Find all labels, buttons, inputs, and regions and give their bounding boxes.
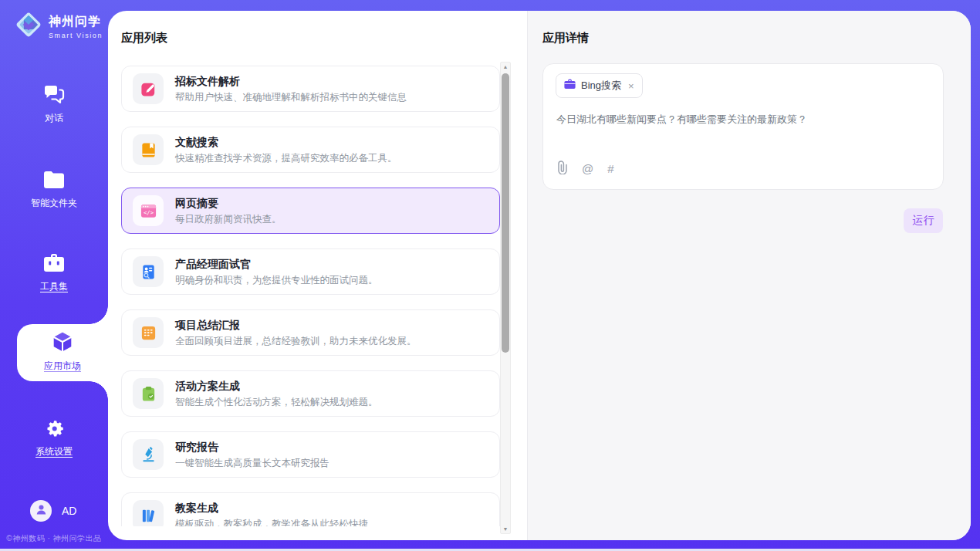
app-card-text: 教案生成 模板驱动，教案秒成，教学准备从此轻松快捷 xyxy=(175,502,368,527)
close-icon[interactable]: × xyxy=(628,80,634,92)
app-card-text: 产品经理面试官 明确身份和职责，为您提供专业性的面试问题。 xyxy=(175,258,378,286)
tool-chip-bing-search[interactable]: Bing搜索 × xyxy=(556,73,643,98)
app-card-desc: 全面回顾项目进展，总结经验教训，助力未来优化发展。 xyxy=(175,336,417,347)
app-list: 招标文件解析 帮助用户快速、准确地理解和解析招标书中的关键信息 文献搜索 xyxy=(121,63,500,526)
app-detail-title: 应用详情 xyxy=(542,31,589,46)
prompt-toolbar: @ # xyxy=(557,161,614,177)
sidebar-item-smart-folder[interactable]: 智能文件夹 xyxy=(0,168,108,210)
app-card-literature-search[interactable]: 文献搜索 快速精准查找学术资源，提高研究效率的必备工具。 xyxy=(121,127,500,173)
content-panel: 应用列表 招标文件解析 帮助用户快速、准确地理解和解析招标书中的关键信息 xyxy=(108,11,971,540)
app-card-title: 产品经理面试官 xyxy=(175,258,378,271)
app-card-bid-analysis[interactable]: 招标文件解析 帮助用户快速、准确地理解和解析招标书中的关键信息 xyxy=(121,66,500,112)
hash-icon[interactable]: # xyxy=(607,162,613,176)
person-icon xyxy=(35,503,47,519)
prompt-input[interactable]: 今日湖北有哪些新闻要点？有哪些需要关注的最新政策？ xyxy=(556,112,929,127)
sidebar-item-app-market[interactable]: 应用市场 xyxy=(17,324,108,381)
app-card-event-plan[interactable]: 活动方案生成 智能生成个性化活动方案，轻松解决规划难题。 xyxy=(121,370,500,417)
paperclip-icon[interactable] xyxy=(557,161,568,177)
app-card-lesson-plan[interactable]: 教案生成 模板驱动，教案秒成，教学准备从此轻松快捷 xyxy=(121,492,500,526)
app-card-title: 项目总结汇报 xyxy=(175,319,417,332)
app-window: 神州问学 Smart Vision 对话 智能文件夹 xyxy=(0,0,980,551)
app-card-text: 招标文件解析 帮助用户快速、准确地理解和解析招标书中的关键信息 xyxy=(175,75,407,103)
sidebar-item-settings[interactable]: 系统设置 xyxy=(0,417,108,458)
app-card-text: 网页摘要 每日政府新闻资讯快查。 xyxy=(175,197,282,225)
gear-icon xyxy=(0,417,108,440)
app-card-title: 教案生成 xyxy=(175,502,368,515)
app-card-pm-interviewer[interactable]: 产品经理面试官 明确身份和职责，为您提供专业性的面试问题。 xyxy=(121,248,500,295)
book-icon xyxy=(133,134,164,165)
app-list-title: 应用列表 xyxy=(121,31,167,46)
prompt-card: Bing搜索 × 今日湖北有哪些新闻要点？有哪些需要关注的最新政策？ @ # xyxy=(542,63,944,190)
sidebar-item-toolset[interactable]: 工具集 xyxy=(0,252,108,293)
app-card-desc: 明确身份和职责，为您提供专业性的面试问题。 xyxy=(175,275,378,286)
app-card-project-summary[interactable]: 项目总结汇报 全面回顾项目进展，总结经验教训，助力未来优化发展。 xyxy=(121,309,500,356)
web-code-icon: </> xyxy=(133,195,164,226)
app-card-desc: 一键智能生成高质量长文本研究报告 xyxy=(175,458,329,469)
sidebar-item-label: 智能文件夹 xyxy=(0,197,108,210)
app-detail-panel: 应用详情 Bing搜索 × 今日湖北有哪些新闻要点？有哪些需要关注的最新政策？ xyxy=(527,11,971,540)
svg-text:</>: </> xyxy=(144,209,154,216)
tool-chip-label: Bing搜索 xyxy=(581,79,621,93)
app-card-web-summary[interactable]: </> 网页摘要 每日政府新闻资讯快查。 xyxy=(121,188,500,234)
app-card-desc: 每日政府新闻资讯快查。 xyxy=(175,214,282,225)
app-card-desc: 模板驱动，教案秒成，教学准备从此轻松快捷 xyxy=(175,519,368,527)
app-card-text: 文献搜索 快速精准查找学术资源，提高研究效率的必备工具。 xyxy=(175,136,397,164)
briefcase-icon xyxy=(564,79,576,93)
app-card-title: 招标文件解析 xyxy=(175,75,407,88)
document-edit-icon xyxy=(133,73,164,104)
clipboard-check-icon xyxy=(133,378,164,409)
app-card-title: 研究报告 xyxy=(175,441,329,454)
sidebar-item-label: 系统设置 xyxy=(0,445,108,458)
sidebar-item-label: 工具集 xyxy=(0,280,108,293)
sidebar-item-label: 应用市场 xyxy=(17,360,108,373)
sidebar: 神州问学 Smart Vision 对话 智能文件夹 xyxy=(0,0,108,551)
cube-icon xyxy=(17,330,108,357)
brand-text: 神州问学 Smart Vision xyxy=(49,14,103,39)
run-button[interactable]: 运行 xyxy=(904,208,943,233)
app-card-text: 项目总结汇报 全面回顾项目进展，总结经验教训，助力未来优化发展。 xyxy=(175,319,417,347)
app-card-text: 活动方案生成 智能生成个性化活动方案，轻松解决规划难题。 xyxy=(175,380,378,408)
brand-logo: 神州问学 Smart Vision xyxy=(14,10,103,42)
notes-icon xyxy=(133,317,164,348)
chat-icon xyxy=(0,83,108,106)
app-card-title: 活动方案生成 xyxy=(175,380,378,393)
app-card-desc: 快速精准查找学术资源，提高研究效率的必备工具。 xyxy=(175,153,397,164)
app-card-research-report[interactable]: 研究报告 一键智能生成高质量长文本研究报告 xyxy=(121,431,500,478)
copyright-footer: ©神州数码 · 神州问学出品 xyxy=(0,533,108,544)
app-card-title: 网页摘要 xyxy=(175,197,282,210)
user-initials: AD xyxy=(62,505,76,517)
list-scrollbar[interactable]: ▲ ▼ xyxy=(500,62,511,534)
at-icon[interactable]: @ xyxy=(582,162,593,176)
scroll-up-icon[interactable]: ▲ xyxy=(501,64,510,69)
diamond-logo-icon xyxy=(14,10,43,42)
scroll-down-icon[interactable]: ▼ xyxy=(501,526,510,532)
toolbox-icon xyxy=(0,252,108,275)
user-account[interactable]: AD xyxy=(30,500,76,522)
folder-icon xyxy=(0,168,108,191)
scrollbar-thumb[interactable] xyxy=(502,73,509,353)
app-card-text: 研究报告 一键智能生成高质量长文本研究报告 xyxy=(175,441,329,469)
microscope-icon xyxy=(133,439,164,470)
brand-subtitle: Smart Vision xyxy=(49,32,103,39)
app-card-desc: 帮助用户快速、准确地理解和解析招标书中的关键信息 xyxy=(175,92,407,103)
avatar xyxy=(30,500,52,522)
sidebar-item-label: 对话 xyxy=(0,112,108,125)
brand-name: 神州问学 xyxy=(49,14,103,30)
app-card-desc: 智能生成个性化活动方案，轻松解决规划难题。 xyxy=(175,397,378,408)
app-card-title: 文献搜索 xyxy=(175,136,397,149)
resume-icon xyxy=(133,256,164,287)
books-icon xyxy=(133,500,164,526)
sidebar-item-chat[interactable]: 对话 xyxy=(0,83,108,125)
